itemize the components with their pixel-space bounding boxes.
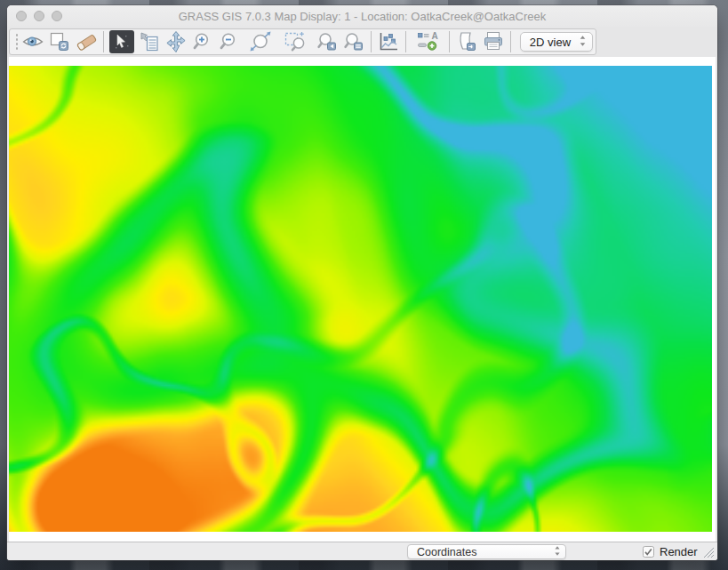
updown-chevrons-icon bbox=[579, 35, 587, 50]
toolbar-separator bbox=[103, 31, 104, 52]
eye-icon bbox=[21, 30, 44, 53]
magnifier-minus-icon bbox=[218, 30, 241, 53]
query-button[interactable] bbox=[136, 29, 163, 54]
window-titlebar[interactable]: GRASS GIS 7.0.3 Map Display: 1 - Locatio… bbox=[7, 5, 717, 27]
view-mode-value: 2D view bbox=[530, 36, 571, 49]
print-display-button[interactable] bbox=[480, 29, 507, 54]
zoom-back-button[interactable] bbox=[314, 29, 340, 54]
toolbar-drag-handle[interactable] bbox=[13, 32, 19, 52]
zoom-out-button[interactable] bbox=[216, 29, 243, 54]
magnifier-plus-icon bbox=[191, 30, 214, 53]
updown-chevrons-icon bbox=[554, 545, 561, 559]
grass-map-display-window: GRASS GIS 7.0.3 Map Display: 1 - Locatio… bbox=[7, 5, 717, 560]
pointer-button[interactable] bbox=[109, 30, 134, 53]
magnifier-extent-icon bbox=[247, 30, 274, 53]
magnifier-menu-icon bbox=[342, 30, 365, 53]
zoom-region-button[interactable] bbox=[278, 29, 314, 54]
add-map-elements-button[interactable]: A bbox=[410, 29, 445, 54]
toolbar: A 2D view bbox=[7, 27, 717, 57]
query-info-icon bbox=[138, 30, 161, 53]
zoom-in-button[interactable] bbox=[189, 29, 216, 54]
refresh-layers-icon bbox=[48, 30, 71, 53]
render-checkbox[interactable] bbox=[643, 546, 654, 558]
analyze-map-button[interactable] bbox=[375, 29, 402, 54]
zoom-options-button[interactable] bbox=[340, 29, 367, 54]
pan-arrows-icon bbox=[164, 30, 188, 53]
magnifier-region-icon bbox=[283, 30, 309, 53]
map-raster[interactable] bbox=[9, 66, 712, 532]
pan-button[interactable] bbox=[163, 29, 189, 54]
toolbar-separator bbox=[371, 31, 372, 52]
render-map-button[interactable] bbox=[46, 29, 73, 54]
render-label: Render bbox=[660, 545, 698, 558]
export-file-icon bbox=[455, 30, 478, 53]
display-map-button[interactable] bbox=[20, 29, 46, 54]
render-toggle[interactable]: Render bbox=[643, 544, 698, 558]
statusbar-mode-value: Coordinates bbox=[417, 546, 476, 558]
window-title: GRASS GIS 7.0.3 Map Display: 1 - Locatio… bbox=[7, 5, 717, 27]
svg-text:A: A bbox=[431, 31, 437, 41]
toolbar-separator bbox=[510, 31, 511, 52]
check-icon bbox=[644, 547, 653, 557]
overlay-elements-icon: A bbox=[414, 30, 441, 53]
toolbar-separator bbox=[449, 31, 450, 52]
statusbar-mode-select[interactable]: Coordinates bbox=[407, 544, 566, 559]
eraser-icon bbox=[75, 30, 98, 53]
printer-icon bbox=[482, 30, 505, 53]
zoom-extent-button[interactable] bbox=[243, 29, 278, 54]
cursor-icon bbox=[110, 30, 133, 53]
view-mode-select[interactable]: 2D view bbox=[520, 32, 593, 52]
toolbar-separator bbox=[405, 31, 406, 52]
erase-display-button[interactable] bbox=[73, 29, 100, 54]
save-display-button[interactable] bbox=[453, 29, 480, 54]
magnifier-back-icon bbox=[316, 30, 339, 53]
chart-icon bbox=[377, 30, 400, 53]
resize-grip-icon[interactable] bbox=[703, 546, 715, 562]
statusbar: Coordinates Render bbox=[7, 542, 717, 560]
map-canvas-area[interactable] bbox=[9, 57, 716, 542]
toolbar-panel: A 2D view bbox=[9, 28, 596, 55]
